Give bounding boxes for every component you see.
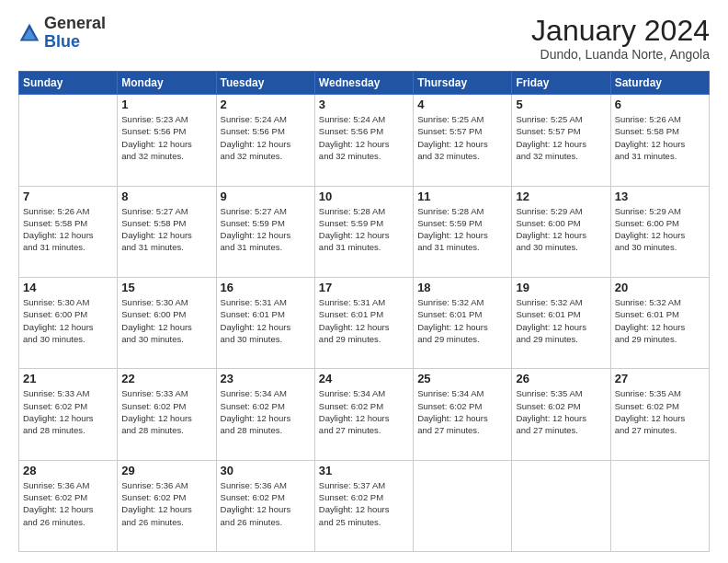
day-number: 18 [417, 281, 507, 294]
table-row: 5Sunrise: 5:25 AM Sunset: 5:57 PM Daylig… [512, 95, 610, 186]
day-number: 30 [221, 464, 311, 477]
day-info: Sunrise: 5:34 AM Sunset: 6:02 PM Dayligh… [417, 387, 507, 436]
logo-text: General Blue [44, 15, 106, 52]
table-row: 12Sunrise: 5:29 AM Sunset: 6:00 PM Dayli… [512, 186, 610, 277]
day-info: Sunrise: 5:33 AM Sunset: 6:02 PM Dayligh… [121, 387, 211, 436]
day-info: Sunrise: 5:23 AM Sunset: 5:56 PM Dayligh… [121, 113, 211, 162]
day-number: 21 [23, 372, 113, 385]
day-number: 29 [121, 464, 211, 477]
day-number: 13 [615, 190, 705, 203]
day-number: 12 [516, 190, 606, 203]
day-number: 28 [23, 464, 113, 477]
day-number: 9 [221, 190, 311, 203]
table-row: 21Sunrise: 5:33 AM Sunset: 6:02 PM Dayli… [19, 369, 118, 460]
table-row: 11Sunrise: 5:28 AM Sunset: 5:59 PM Dayli… [414, 186, 512, 277]
table-row: 17Sunrise: 5:31 AM Sunset: 6:01 PM Dayli… [314, 277, 413, 368]
page-header: General Blue January 2024 Dundo, Luanda … [18, 15, 710, 62]
day-info: Sunrise: 5:25 AM Sunset: 5:57 PM Dayligh… [417, 113, 507, 162]
day-info: Sunrise: 5:29 AM Sunset: 6:00 PM Dayligh… [615, 205, 705, 254]
day-info: Sunrise: 5:34 AM Sunset: 6:02 PM Dayligh… [221, 387, 311, 436]
header-tuesday: Tuesday [216, 72, 314, 95]
day-number: 11 [417, 190, 507, 203]
day-info: Sunrise: 5:28 AM Sunset: 5:59 PM Dayligh… [417, 205, 507, 254]
table-row: 15Sunrise: 5:30 AM Sunset: 6:00 PM Dayli… [118, 277, 216, 368]
day-number: 31 [319, 464, 409, 477]
day-info: Sunrise: 5:32 AM Sunset: 6:01 PM Dayligh… [615, 296, 705, 345]
day-info: Sunrise: 5:35 AM Sunset: 6:02 PM Dayligh… [516, 387, 606, 436]
day-info: Sunrise: 5:32 AM Sunset: 6:01 PM Dayligh… [516, 296, 606, 345]
calendar-week-row: 7Sunrise: 5:26 AM Sunset: 5:58 PM Daylig… [19, 186, 710, 277]
day-number: 10 [319, 190, 409, 203]
day-number: 7 [23, 190, 113, 203]
month-title: January 2024 [531, 15, 710, 47]
table-row: 23Sunrise: 5:34 AM Sunset: 6:02 PM Dayli… [216, 369, 314, 460]
header-thursday: Thursday [414, 72, 512, 95]
calendar-header-row: Sunday Monday Tuesday Wednesday Thursday… [19, 72, 710, 95]
table-row: 10Sunrise: 5:28 AM Sunset: 5:59 PM Dayli… [314, 186, 413, 277]
day-number: 6 [615, 98, 705, 111]
day-number: 20 [615, 281, 705, 294]
calendar-table: Sunday Monday Tuesday Wednesday Thursday… [18, 71, 710, 552]
day-info: Sunrise: 5:34 AM Sunset: 6:02 PM Dayligh… [319, 387, 409, 436]
calendar-week-row: 14Sunrise: 5:30 AM Sunset: 6:00 PM Dayli… [19, 277, 710, 368]
table-row: 16Sunrise: 5:31 AM Sunset: 6:01 PM Dayli… [216, 277, 314, 368]
day-info: Sunrise: 5:36 AM Sunset: 6:02 PM Dayligh… [221, 479, 311, 528]
day-info: Sunrise: 5:33 AM Sunset: 6:02 PM Dayligh… [23, 387, 113, 436]
day-info: Sunrise: 5:26 AM Sunset: 5:58 PM Dayligh… [23, 205, 113, 254]
day-number: 24 [319, 372, 409, 385]
table-row: 24Sunrise: 5:34 AM Sunset: 6:02 PM Dayli… [314, 369, 413, 460]
day-number: 19 [516, 281, 606, 294]
day-info: Sunrise: 5:24 AM Sunset: 5:56 PM Dayligh… [221, 113, 311, 162]
table-row: 31Sunrise: 5:37 AM Sunset: 6:02 PM Dayli… [314, 460, 413, 551]
day-number: 23 [221, 372, 311, 385]
calendar-week-row: 28Sunrise: 5:36 AM Sunset: 6:02 PM Dayli… [19, 460, 710, 551]
day-info: Sunrise: 5:28 AM Sunset: 5:59 PM Dayligh… [319, 205, 409, 254]
day-number: 26 [516, 372, 606, 385]
day-info: Sunrise: 5:29 AM Sunset: 6:00 PM Dayligh… [516, 205, 606, 254]
day-number: 27 [615, 372, 705, 385]
table-row: 14Sunrise: 5:30 AM Sunset: 6:00 PM Dayli… [19, 277, 118, 368]
day-info: Sunrise: 5:37 AM Sunset: 6:02 PM Dayligh… [319, 479, 409, 528]
day-info: Sunrise: 5:32 AM Sunset: 6:01 PM Dayligh… [417, 296, 507, 345]
table-row [414, 460, 512, 551]
location-subtitle: Dundo, Luanda Norte, Angola [531, 47, 710, 62]
table-row: 3Sunrise: 5:24 AM Sunset: 5:56 PM Daylig… [314, 95, 413, 186]
day-info: Sunrise: 5:36 AM Sunset: 6:02 PM Dayligh… [121, 479, 211, 528]
table-row: 8Sunrise: 5:27 AM Sunset: 5:58 PM Daylig… [118, 186, 216, 277]
day-info: Sunrise: 5:31 AM Sunset: 6:01 PM Dayligh… [221, 296, 311, 345]
calendar-week-row: 21Sunrise: 5:33 AM Sunset: 6:02 PM Dayli… [19, 369, 710, 460]
table-row: 18Sunrise: 5:32 AM Sunset: 6:01 PM Dayli… [414, 277, 512, 368]
table-row [19, 95, 118, 186]
day-info: Sunrise: 5:24 AM Sunset: 5:56 PM Dayligh… [319, 113, 409, 162]
day-info: Sunrise: 5:26 AM Sunset: 5:58 PM Dayligh… [615, 113, 705, 162]
table-row: 27Sunrise: 5:35 AM Sunset: 6:02 PM Dayli… [610, 369, 709, 460]
day-number: 15 [121, 281, 211, 294]
day-number: 17 [319, 281, 409, 294]
table-row: 20Sunrise: 5:32 AM Sunset: 6:01 PM Dayli… [610, 277, 709, 368]
table-row: 2Sunrise: 5:24 AM Sunset: 5:56 PM Daylig… [216, 95, 314, 186]
day-info: Sunrise: 5:31 AM Sunset: 6:01 PM Dayligh… [319, 296, 409, 345]
table-row: 1Sunrise: 5:23 AM Sunset: 5:56 PM Daylig… [118, 95, 216, 186]
day-number: 1 [121, 98, 211, 111]
table-row: 26Sunrise: 5:35 AM Sunset: 6:02 PM Dayli… [512, 369, 610, 460]
day-number: 22 [121, 372, 211, 385]
day-info: Sunrise: 5:25 AM Sunset: 5:57 PM Dayligh… [516, 113, 606, 162]
calendar-week-row: 1Sunrise: 5:23 AM Sunset: 5:56 PM Daylig… [19, 95, 710, 186]
day-number: 16 [221, 281, 311, 294]
day-info: Sunrise: 5:27 AM Sunset: 5:58 PM Dayligh… [121, 205, 211, 254]
day-info: Sunrise: 5:27 AM Sunset: 5:59 PM Dayligh… [221, 205, 311, 254]
header-sunday: Sunday [19, 72, 118, 95]
logo: General Blue [18, 15, 106, 52]
day-info: Sunrise: 5:35 AM Sunset: 6:02 PM Dayligh… [615, 387, 705, 436]
table-row: 30Sunrise: 5:36 AM Sunset: 6:02 PM Dayli… [216, 460, 314, 551]
day-number: 4 [417, 98, 507, 111]
table-row: 6Sunrise: 5:26 AM Sunset: 5:58 PM Daylig… [610, 95, 709, 186]
table-row: 25Sunrise: 5:34 AM Sunset: 6:02 PM Dayli… [414, 369, 512, 460]
table-row: 19Sunrise: 5:32 AM Sunset: 6:01 PM Dayli… [512, 277, 610, 368]
day-number: 5 [516, 98, 606, 111]
header-wednesday: Wednesday [314, 72, 413, 95]
header-friday: Friday [512, 72, 610, 95]
title-block: January 2024 Dundo, Luanda Norte, Angola [531, 15, 710, 62]
day-info: Sunrise: 5:30 AM Sunset: 6:00 PM Dayligh… [121, 296, 211, 345]
day-info: Sunrise: 5:30 AM Sunset: 6:00 PM Dayligh… [23, 296, 113, 345]
